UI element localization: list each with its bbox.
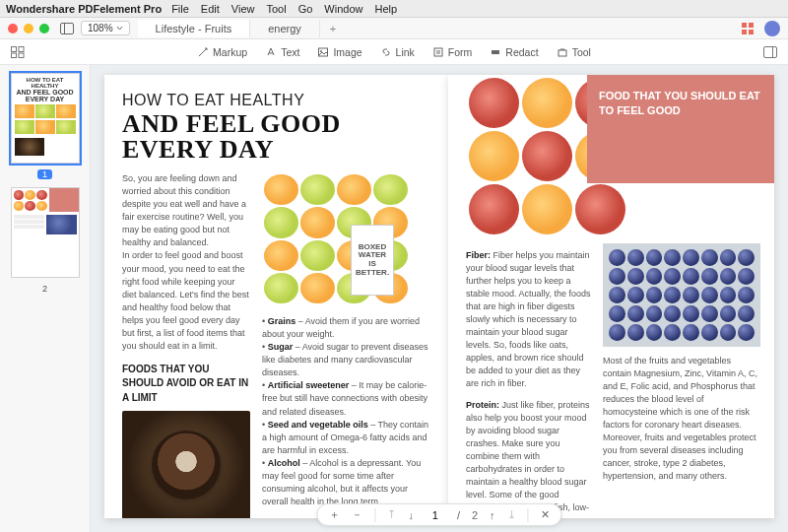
- tool-markup[interactable]: Markup: [197, 46, 247, 58]
- page-2: FOOD THAT YOU SHOULD EAT TO FEEL GOOD Fi…: [448, 75, 774, 518]
- svg-rect-4: [742, 30, 747, 34]
- blueberry-image: [603, 243, 760, 347]
- svg-rect-2: [742, 23, 747, 28]
- thumbnail-page-1[interactable]: HOW TO EAT HEALTHY AND FEEL GOOD EVERY D…: [11, 73, 80, 164]
- menu-tool[interactable]: Tool: [266, 3, 286, 15]
- sidebar-toggle-icon[interactable]: [59, 21, 75, 36]
- menu-go[interactable]: Go: [298, 3, 313, 15]
- menu-window[interactable]: Window: [324, 3, 362, 15]
- first-page-icon[interactable]: ⤒: [387, 508, 396, 521]
- app-name: Wondershare PDFelement Pro: [6, 3, 162, 15]
- intro-text: So, you are feeling down and worried abo…: [122, 172, 250, 353]
- svg-rect-5: [749, 30, 754, 34]
- svg-rect-9: [19, 53, 24, 58]
- zoom-select[interactable]: 108%: [81, 21, 130, 35]
- text-icon: [265, 46, 277, 58]
- page-input[interactable]: [426, 509, 445, 521]
- toolbar: Markup Text Image Link Form Redact Tool: [0, 39, 788, 65]
- properties-panel-icon[interactable]: [762, 44, 778, 60]
- page-total: 2: [472, 509, 478, 521]
- toolbox-icon: [557, 46, 568, 58]
- svg-rect-8: [12, 53, 17, 58]
- apps-grid-icon[interactable]: [741, 22, 755, 35]
- avoid-heading: FOODS THAT YOU SHOULD AVOID OR EAT IN A …: [122, 363, 250, 406]
- thumbnails-panel-icon[interactable]: [10, 44, 26, 60]
- page2-side-column: Most of the fruits and vegetables contai…: [603, 243, 760, 518]
- redact-icon: [490, 46, 501, 58]
- close-pager-icon[interactable]: ✕: [541, 508, 550, 521]
- add-tab-button[interactable]: +: [320, 20, 346, 37]
- svg-rect-6: [12, 46, 17, 51]
- boxed-water-label: BOXED WATER IS BETTER.: [351, 225, 394, 296]
- next-page-icon[interactable]: ↑: [490, 509, 495, 521]
- svg-rect-7: [19, 46, 24, 51]
- link-icon: [380, 46, 392, 58]
- form-icon: [432, 46, 444, 58]
- tool-form[interactable]: Form: [432, 46, 473, 58]
- bullets: • Grains – Avoid them if you are worried…: [262, 315, 430, 508]
- coffee-image: [122, 411, 250, 518]
- menu-view[interactable]: View: [231, 3, 255, 15]
- thumbnail-label-1: 1: [37, 169, 52, 179]
- zoom-out-icon[interactable]: －: [352, 507, 362, 522]
- page-title: HOW TO EAT HEALTHY AND FEEL GOOD EVERY D…: [122, 89, 430, 163]
- menu-help[interactable]: Help: [374, 3, 397, 15]
- window-controls: [8, 24, 49, 33]
- thumbnail-page-2[interactable]: [11, 187, 80, 278]
- svg-rect-0: [61, 23, 74, 33]
- tool-redact[interactable]: Redact: [490, 46, 538, 58]
- page-navigator: ＋ － ⤒ ↓ / 2 ↑ ⤓ ✕: [316, 503, 561, 526]
- citrus-image: BOXED WATER IS BETTER.: [262, 172, 410, 305]
- menu-edit[interactable]: Edit: [201, 3, 220, 15]
- svg-rect-12: [434, 48, 442, 56]
- tool-tool[interactable]: Tool: [557, 46, 591, 58]
- prev-page-icon[interactable]: ↓: [408, 509, 414, 521]
- tool-link[interactable]: Link: [380, 46, 415, 58]
- chevron-down-icon: [116, 26, 123, 31]
- last-page-icon[interactable]: ⤓: [507, 508, 516, 521]
- tab-energy[interactable]: energy: [250, 20, 320, 37]
- page2-hero: FOOD THAT YOU SHOULD EAT TO FEEL GOOD: [587, 75, 774, 183]
- svg-rect-15: [492, 50, 499, 54]
- titlebar: 108% Lifestyle - Fruits energy +: [0, 18, 788, 39]
- page2-main-column: Fiber: Fiber helps you maintain your blo…: [466, 243, 591, 518]
- tool-image[interactable]: Image: [317, 46, 361, 58]
- macos-menubar: Wondershare PDFelement Pro File Edit Vie…: [0, 0, 788, 18]
- page-1: HOW TO EAT HEALTHY AND FEEL GOOD EVERY D…: [104, 75, 448, 518]
- close-window-icon[interactable]: [8, 24, 18, 33]
- thumbnail-label-2: 2: [37, 284, 52, 294]
- zoom-in-icon[interactable]: ＋: [329, 507, 340, 522]
- user-avatar[interactable]: [764, 21, 780, 36]
- zoom-value: 108%: [88, 23, 113, 33]
- page-spread: HOW TO EAT HEALTHY AND FEEL GOOD EVERY D…: [104, 75, 774, 518]
- workspace: HOW TO EAT HEALTHY AND FEEL GOOD EVERY D…: [0, 65, 788, 532]
- svg-rect-16: [558, 50, 566, 56]
- menu-file[interactable]: File: [171, 3, 189, 15]
- document-viewer[interactable]: HOW TO EAT HEALTHY AND FEEL GOOD EVERY D…: [91, 65, 788, 532]
- svg-rect-17: [764, 46, 777, 57]
- fullscreen-window-icon[interactable]: [39, 24, 49, 33]
- svg-rect-3: [749, 23, 754, 28]
- page-sep: /: [457, 509, 460, 521]
- tab-lifestyle-fruits[interactable]: Lifestyle - Fruits: [138, 20, 251, 37]
- markup-icon: [197, 46, 209, 58]
- thumbnail-panel: HOW TO EAT HEALTHY AND FEEL GOOD EVERY D…: [0, 65, 91, 532]
- tool-text[interactable]: Text: [265, 46, 299, 58]
- image-icon: [317, 46, 329, 58]
- document-tabs: Lifestyle - Fruits energy +: [138, 20, 741, 37]
- minimize-window-icon[interactable]: [24, 24, 33, 33]
